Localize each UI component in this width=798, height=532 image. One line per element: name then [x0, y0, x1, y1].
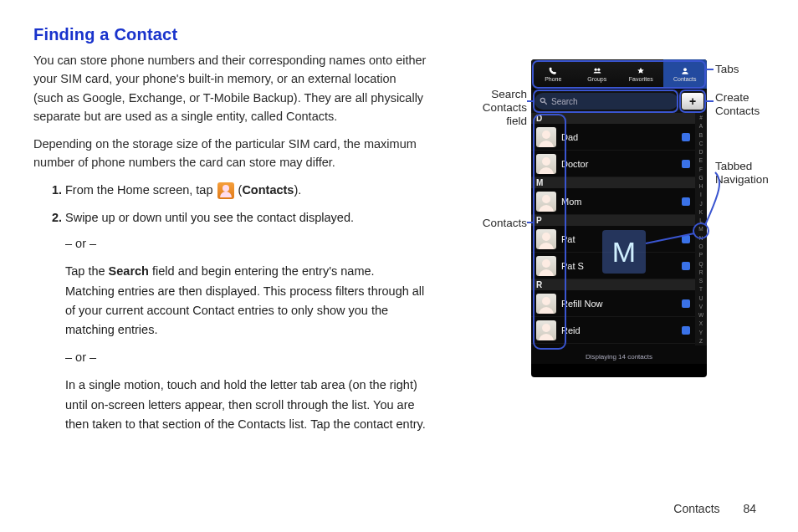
section-m: M — [531, 177, 707, 188]
step1-bold: Contacts — [242, 183, 294, 197]
alphabet-index[interactable]: #ABCDEFGHIJKLMNOPQRSTUVWXYZ — [695, 113, 707, 345]
search-input[interactable]: Search — [535, 93, 678, 110]
google-badge-icon — [682, 326, 690, 335]
index-letter[interactable]: G — [698, 175, 703, 181]
callout-search-text: SearchContactsfield — [473, 88, 527, 129]
search-row: Search + — [531, 90, 707, 113]
contact-count: Displaying 14 contacts — [531, 350, 707, 364]
index-letter[interactable]: P — [699, 252, 703, 258]
index-letter[interactable]: T — [699, 286, 703, 292]
contacts-app-icon — [217, 182, 234, 199]
svg-point-2 — [683, 68, 687, 71]
index-letter[interactable]: E — [699, 157, 703, 163]
callout-tabbednav-text: TabbedNavigation — [715, 160, 769, 187]
index-letter[interactable]: F — [699, 166, 703, 172]
footer-page-number: 84 — [743, 502, 756, 515]
step-1: From the Home screen, tap (Contacts). — [65, 181, 427, 200]
tab-groups[interactable]: Groups — [575, 59, 620, 89]
index-letter[interactable]: J — [699, 201, 702, 207]
contact-name: Dad — [561, 132, 677, 142]
avatar — [536, 154, 556, 174]
callout-create: CreateContacts — [715, 91, 760, 118]
google-badge-icon — [682, 235, 690, 243]
list-item[interactable]: Reid — [531, 317, 707, 344]
index-letter[interactable]: S — [699, 278, 703, 284]
list-item[interactable]: Mom — [531, 188, 707, 215]
google-badge-icon — [682, 299, 690, 308]
list-item[interactable]: Refill Now — [531, 290, 707, 317]
index-letter[interactable]: Z — [699, 338, 703, 344]
avatar — [536, 192, 556, 212]
step2-or-1: – or – — [65, 234, 427, 253]
step2-or-2: – or – — [65, 348, 427, 367]
index-letter[interactable]: V — [699, 304, 703, 309]
callout-search: SearchContactsfield — [473, 88, 527, 129]
avatar — [536, 320, 556, 340]
index-letter[interactable]: W — [698, 312, 703, 318]
avatar — [536, 229, 556, 249]
footer-section: Contacts — [673, 502, 719, 515]
svg-point-0 — [594, 68, 596, 70]
person-icon — [680, 67, 690, 75]
page-title: Finding a Contact — [33, 25, 765, 44]
contact-name: Mom — [561, 197, 677, 207]
index-letter[interactable]: R — [699, 269, 703, 275]
add-contact-button[interactable]: + — [682, 93, 703, 110]
groups-icon — [592, 67, 602, 75]
index-letter[interactable]: I — [700, 192, 702, 197]
google-badge-icon — [682, 197, 690, 206]
tab-phone-label: Phone — [545, 76, 561, 82]
contact-list[interactable]: D Dad Doctor M Mom P Pat Pat S R Refill … — [531, 113, 707, 364]
google-badge-icon — [682, 133, 690, 141]
svg-point-1 — [597, 68, 600, 70]
tab-favorites[interactable]: Favorites — [619, 59, 663, 89]
phone-tab-bar: Phone Groups Favorites Contacts — [531, 59, 707, 90]
svg-line-4 — [545, 102, 547, 105]
index-letter[interactable]: # — [699, 115, 703, 120]
index-letter[interactable]: K — [699, 209, 703, 215]
index-letter[interactable]: Q — [698, 261, 703, 267]
index-letter[interactable]: Y — [699, 330, 703, 335]
index-letter[interactable]: X — [699, 320, 703, 326]
google-badge-icon — [682, 160, 690, 168]
tab-phone[interactable]: Phone — [531, 59, 575, 89]
contact-name: Doctor — [561, 159, 677, 169]
tab-favorites-label: Favorites — [629, 76, 653, 82]
tab-groups-label: Groups — [587, 76, 606, 82]
section-r: R — [531, 279, 707, 290]
index-letter[interactable]: N — [699, 235, 703, 241]
contact-name: Reid — [561, 325, 677, 335]
step2b-pre: Tap the — [65, 264, 109, 278]
index-letter[interactable]: A — [699, 123, 703, 129]
svg-point-3 — [540, 98, 545, 102]
avatar — [536, 127, 556, 147]
phone-icon — [548, 67, 558, 75]
index-letter[interactable]: M — [698, 226, 703, 232]
list-item[interactable]: Dad — [531, 124, 707, 151]
index-letter[interactable]: H — [699, 183, 703, 189]
right-column: Tabs CreateContacts TabbedNavigation Sea… — [443, 51, 765, 442]
index-letter[interactable]: C — [699, 141, 703, 146]
google-badge-icon — [682, 262, 690, 270]
section-d: D — [531, 113, 707, 124]
list-item[interactable]: Doctor — [531, 151, 707, 177]
phone-mock: Phone Groups Favorites Contacts — [531, 59, 707, 377]
index-letter[interactable]: D — [699, 149, 703, 155]
step-2: Swipe up or down until you see the conta… — [65, 208, 427, 434]
step1-paren-close: ). — [294, 183, 301, 197]
page-footer: Contacts 84 — [673, 502, 756, 515]
avatar — [536, 294, 556, 314]
search-icon — [540, 97, 548, 105]
intro-p1: You can store phone numbers and their co… — [33, 51, 427, 126]
contact-name: Refill Now — [561, 299, 677, 309]
index-letter[interactable]: U — [699, 295, 703, 301]
index-letter[interactable]: L — [699, 217, 703, 223]
left-column: You can store phone numbers and their co… — [33, 51, 427, 442]
section-p: P — [531, 215, 707, 226]
index-letter[interactable]: O — [698, 243, 703, 249]
star-icon — [636, 67, 646, 75]
index-letter[interactable]: B — [699, 132, 703, 138]
letter-popup: M — [602, 230, 646, 274]
step2c: In a single motion, touch and hold the l… — [65, 376, 427, 434]
tab-contacts[interactable]: Contacts — [663, 59, 708, 89]
